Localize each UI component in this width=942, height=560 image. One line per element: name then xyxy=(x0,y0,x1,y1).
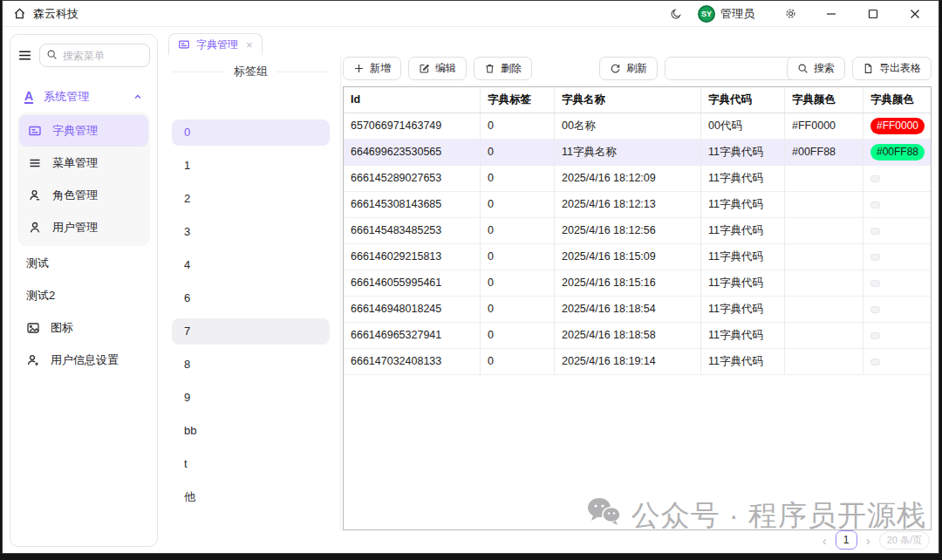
maximize-button[interactable] xyxy=(860,3,886,24)
next-page-icon[interactable]: › xyxy=(866,534,870,547)
table-cell xyxy=(785,349,864,375)
close-button[interactable] xyxy=(902,3,928,24)
trash-icon xyxy=(484,63,495,74)
refresh-icon xyxy=(610,63,621,74)
settings-gear-icon[interactable] xyxy=(784,7,797,20)
avatar[interactable]: SY xyxy=(698,5,715,23)
sidebar-item-menu[interactable]: 菜单管理 xyxy=(19,147,148,179)
user-icon xyxy=(28,221,42,235)
dark-mode-icon[interactable] xyxy=(670,8,682,20)
table-cell: 0 xyxy=(481,192,555,218)
table-row[interactable]: 664699623530565011字典名称11字典代码#00FF88#00FF… xyxy=(344,140,931,166)
pagination: ‹ 1 › 20 条/页 xyxy=(823,530,930,550)
chevron-up-icon[interactable] xyxy=(133,92,143,102)
column-header[interactable]: 字典标签 xyxy=(481,87,555,113)
table-cell: 0 xyxy=(481,297,555,323)
table-cell xyxy=(785,166,864,192)
table-row[interactable]: 66614530814368502025/4/16 18:12:1311字典代码 xyxy=(344,192,931,218)
tag-group-item[interactable]: 他 xyxy=(172,484,330,510)
plus-icon xyxy=(353,63,365,74)
table-toolbar: 新增 编辑 删除 刷新 xyxy=(343,55,932,86)
user-menu[interactable]: SY 管理员 xyxy=(698,5,754,23)
refresh-button[interactable]: 刷新 xyxy=(599,57,658,80)
table-cell-color-badge xyxy=(864,297,931,323)
tag-group-item[interactable]: bb xyxy=(172,418,330,444)
tag-group-item[interactable]: t xyxy=(172,451,330,477)
table-cell: 666145289027653 xyxy=(344,166,481,192)
table-cell-color-badge xyxy=(864,192,931,218)
dict-table: Id字典标签字典名称字典代码字典颜色字典颜色 65706697146374900… xyxy=(343,86,932,530)
minimize-button[interactable] xyxy=(818,3,844,24)
table-cell: #00FF88 xyxy=(785,140,864,166)
table-body: 657066971463749000名称00代码#FF0000#FF000066… xyxy=(344,113,931,375)
sidebar-group-system[interactable]: A 系统管理 xyxy=(17,81,150,113)
tag-group-item[interactable]: 8 xyxy=(172,352,330,378)
tag-group-item[interactable]: 2 xyxy=(172,186,330,212)
table-cell: 11字典代码 xyxy=(701,140,785,166)
table-cell: 11字典代码 xyxy=(701,244,785,270)
table-cell: 664699623530565 xyxy=(344,140,481,166)
prev-page-icon[interactable]: ‹ xyxy=(823,534,827,547)
table-row[interactable]: 66614703240813302025/4/16 18:19:1411字典代码 xyxy=(344,349,931,375)
table-cell xyxy=(785,192,864,218)
user-name: 管理员 xyxy=(720,6,754,22)
home-icon[interactable] xyxy=(13,7,26,20)
table-row[interactable]: 657066971463749000名称00代码#FF0000#FF0000 xyxy=(344,113,931,140)
table-cell: 657066971463749 xyxy=(344,113,481,140)
tag-group-item[interactable]: 0 xyxy=(172,120,330,146)
sidebar-item-test[interactable]: 测试 xyxy=(17,248,150,279)
table-cell: 2025/4/16 18:15:09 xyxy=(555,244,701,270)
tab-close-icon[interactable]: × xyxy=(246,38,253,51)
table-cell-color-badge xyxy=(864,323,931,349)
roles-icon xyxy=(28,188,42,202)
table-cell: 11字典代码 xyxy=(701,297,785,323)
tag-group-item[interactable] xyxy=(172,86,330,113)
empty-color-badge xyxy=(870,280,880,287)
tag-group-item[interactable]: 1 xyxy=(172,153,330,179)
tab-dict-management[interactable]: 字典管理 × xyxy=(168,33,263,55)
sidebar-item-users[interactable]: 用户管理 xyxy=(19,212,148,243)
tag-group-item[interactable]: 9 xyxy=(172,385,330,411)
table-cell: 666146965327941 xyxy=(344,323,481,349)
column-header[interactable]: 字典代码 xyxy=(701,87,785,113)
page-size-select[interactable]: 20 条/页 xyxy=(879,531,930,550)
export-button[interactable]: 导出表格 xyxy=(852,57,932,80)
sidebar-item-dict[interactable]: 字典管理 xyxy=(19,115,148,147)
table-row[interactable]: 66614548348525302025/4/16 18:12:5611字典代码 xyxy=(344,218,931,244)
table-row[interactable]: 66614528902765302025/4/16 18:12:0911字典代码 xyxy=(344,166,931,192)
sidebar-item-icons[interactable]: 图标 xyxy=(17,312,150,344)
collapse-menu-icon[interactable] xyxy=(17,48,32,63)
column-header[interactable]: Id xyxy=(344,87,481,113)
tab-bar: 字典管理 × xyxy=(165,34,938,55)
delete-button[interactable]: 删除 xyxy=(474,57,532,80)
tag-group-item[interactable]: 4 xyxy=(172,252,330,278)
column-header[interactable]: 字典颜色 xyxy=(864,87,931,113)
add-button[interactable]: 新增 xyxy=(343,57,401,80)
table-row[interactable]: 66614602921581302025/4/16 18:15:0911字典代码 xyxy=(344,244,931,270)
empty-color-badge xyxy=(870,359,880,365)
current-page-button[interactable]: 1 xyxy=(836,530,857,550)
sidebar-item-test2[interactable]: 测试2 xyxy=(17,280,150,311)
sidebar-item-label: 用户信息设置 xyxy=(51,352,119,368)
edit-button[interactable]: 编辑 xyxy=(408,57,467,80)
table-header-row: Id字典标签字典名称字典代码字典颜色字典颜色 xyxy=(344,87,931,113)
tag-group-item[interactable]: 6 xyxy=(172,285,330,311)
table-cell: 2025/4/16 18:18:54 xyxy=(555,297,701,323)
table-cell-color-badge: #00FF88 xyxy=(864,140,931,166)
column-header[interactable]: 字典颜色 xyxy=(785,87,864,113)
table-cell xyxy=(785,297,864,323)
sidebar-group-label: 系统管理 xyxy=(44,89,89,105)
tag-group-item[interactable]: 3 xyxy=(172,219,330,245)
search-button[interactable]: 搜索 xyxy=(787,57,845,80)
sidebar-item-user-info-settings[interactable]: 用户信息设置 xyxy=(17,345,150,376)
table-row[interactable]: 66614605599546102025/4/16 18:15:1611字典代码 xyxy=(344,270,931,297)
table-row[interactable]: 66614696532794102025/4/16 18:18:5811字典代码 xyxy=(344,323,931,349)
tag-group-item[interactable]: 7 xyxy=(172,318,330,345)
column-header[interactable]: 字典名称 xyxy=(555,87,701,113)
sidebar-item-label: 角色管理 xyxy=(52,188,98,203)
sidebar-item-roles[interactable]: 角色管理 xyxy=(19,180,148,211)
table-cell: 2025/4/16 18:12:09 xyxy=(555,166,701,192)
table-row[interactable]: 66614694801824502025/4/16 18:18:5411字典代码 xyxy=(344,297,931,323)
table-cell: 0 xyxy=(481,323,555,349)
table-cell: #FF0000 xyxy=(785,113,864,140)
